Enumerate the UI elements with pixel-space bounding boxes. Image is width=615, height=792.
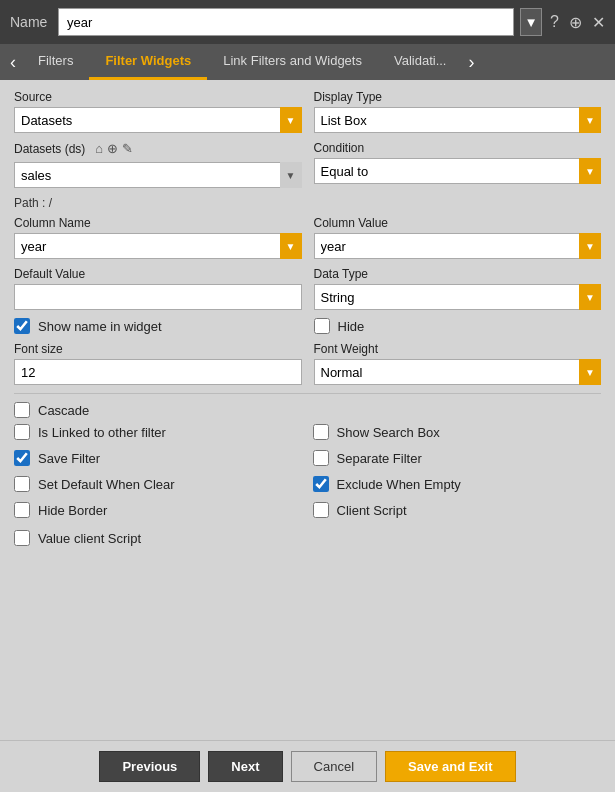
tab-validati[interactable]: Validati...	[378, 44, 463, 80]
set-default-checkbox[interactable]	[14, 476, 30, 492]
help-icon[interactable]: ?	[550, 13, 559, 32]
datasets-home-icon[interactable]: ⌂	[95, 141, 103, 156]
default-datatype-row: Default Value Data Type String Number Da…	[14, 267, 601, 310]
tab-filters[interactable]: Filters	[22, 44, 89, 80]
header: Name ▼ ? ⊕ ✕	[0, 0, 615, 44]
name-label: Name	[10, 14, 50, 30]
font-size-input[interactable]	[14, 359, 302, 385]
source-label: Source	[14, 90, 302, 104]
cascade-checkbox[interactable]	[14, 402, 30, 418]
exclude-when-empty-label: Exclude When Empty	[337, 477, 461, 492]
hide-group: Hide	[314, 318, 602, 334]
datasets-condition-row: Datasets (ds) ⌂ ⊕ ✎ sales ▼ Condition Eq…	[14, 141, 601, 188]
datasets-edit-icon[interactable]: ✎	[122, 141, 133, 156]
show-search-row: Show Search Box	[313, 424, 602, 440]
value-client-script-row: Value client Script	[14, 530, 601, 546]
name-input[interactable]	[58, 8, 514, 36]
previous-button[interactable]: Previous	[99, 751, 200, 782]
save-exit-button[interactable]: Save and Exit	[385, 751, 516, 782]
data-type-select-wrap: String Number Date ▼	[314, 284, 602, 310]
hide-border-label: Hide Border	[38, 503, 107, 518]
show-name-checkbox-label: Show name in widget	[38, 319, 162, 334]
column-name-label: Column Name	[14, 216, 302, 230]
data-type-group: Data Type String Number Date ▼	[314, 267, 602, 310]
hide-checkbox-label: Hide	[338, 319, 365, 334]
font-weight-select[interactable]: Normal Bold Italic	[314, 359, 602, 385]
tab-link-filters[interactable]: Link Filters and Widgets	[207, 44, 378, 80]
font-row: Font size Font Weight Normal Bold Italic…	[14, 342, 601, 385]
divider	[14, 393, 601, 394]
move-icon[interactable]: ⊕	[569, 13, 582, 32]
ds-icons: ⌂ ⊕ ✎	[95, 141, 133, 156]
save-filter-checkbox[interactable]	[14, 450, 30, 466]
column-name-select[interactable]: year	[14, 233, 302, 259]
display-type-group: Display Type List Box Dropdown Radio Che…	[314, 90, 602, 133]
show-search-checkbox[interactable]	[313, 424, 329, 440]
column-value-group: Column Value year ▼	[314, 216, 602, 259]
column-name-group: Column Name year ▼	[14, 216, 302, 259]
cascade-label: Cascade	[38, 403, 89, 418]
datasets-label-row: Datasets (ds) ⌂ ⊕ ✎	[14, 141, 302, 156]
exclude-when-empty-row: Exclude When Empty	[313, 476, 602, 492]
hide-border-row: Hide Border	[14, 502, 303, 518]
save-filter-row: Save Filter	[14, 450, 303, 466]
display-type-select[interactable]: List Box Dropdown Radio Checkbox	[314, 107, 602, 133]
separate-filter-row: Separate Filter	[313, 450, 602, 466]
show-name-checkbox[interactable]	[14, 318, 30, 334]
tab-filter-widgets[interactable]: Filter Widgets	[89, 44, 207, 80]
value-client-script-checkbox[interactable]	[14, 530, 30, 546]
data-type-select[interactable]: String Number Date	[314, 284, 602, 310]
next-button[interactable]: Next	[208, 751, 282, 782]
font-weight-label: Font Weight	[314, 342, 602, 356]
footer: Previous Next Cancel Save and Exit	[0, 740, 615, 792]
client-script-checkbox[interactable]	[313, 502, 329, 518]
checkbox-grid: Is Linked to other filter Show Search Bo…	[14, 424, 601, 524]
column-name-select-wrap: year ▼	[14, 233, 302, 259]
cancel-button[interactable]: Cancel	[291, 751, 377, 782]
condition-select-wrap: Equal to Not Equal to Contains ▼	[314, 158, 602, 184]
default-value-group: Default Value	[14, 267, 302, 310]
path-text: Path : /	[14, 196, 601, 210]
set-default-row: Set Default When Clear	[14, 476, 303, 492]
exclude-when-empty-checkbox[interactable]	[313, 476, 329, 492]
is-linked-checkbox[interactable]	[14, 424, 30, 440]
is-linked-row: Is Linked to other filter	[14, 424, 303, 440]
cascade-row: Cascade	[14, 402, 601, 418]
source-select[interactable]: Datasets	[14, 107, 302, 133]
show-search-label: Show Search Box	[337, 425, 440, 440]
font-weight-select-wrap: Normal Bold Italic ▼	[314, 359, 602, 385]
show-name-group: Show name in widget	[14, 318, 302, 334]
default-value-input[interactable]	[14, 284, 302, 310]
client-script-row: Client Script	[313, 502, 602, 518]
source-group: Source Datasets ▼	[14, 90, 302, 133]
datasets-select[interactable]: sales	[14, 162, 302, 188]
column-value-select-wrap: year ▼	[314, 233, 602, 259]
column-value-select[interactable]: year	[314, 233, 602, 259]
separate-filter-label: Separate Filter	[337, 451, 422, 466]
column-row: Column Name year ▼ Column Value year ▼	[14, 216, 601, 259]
font-size-label: Font size	[14, 342, 302, 356]
hide-border-checkbox[interactable]	[14, 502, 30, 518]
datasets-add-icon[interactable]: ⊕	[107, 141, 118, 156]
data-type-label: Data Type	[314, 267, 602, 281]
save-filter-label: Save Filter	[38, 451, 100, 466]
is-linked-label: Is Linked to other filter	[38, 425, 166, 440]
close-icon[interactable]: ✕	[592, 13, 605, 32]
condition-label: Condition	[314, 141, 602, 155]
display-type-select-wrap: List Box Dropdown Radio Checkbox ▼	[314, 107, 602, 133]
condition-group: Condition Equal to Not Equal to Contains…	[314, 141, 602, 188]
column-value-label: Column Value	[314, 216, 602, 230]
header-icons: ? ⊕ ✕	[550, 13, 605, 32]
separate-filter-checkbox[interactable]	[313, 450, 329, 466]
tab-right-arrow[interactable]: ›	[462, 44, 480, 80]
set-default-label: Set Default When Clear	[38, 477, 175, 492]
datasets-label: Datasets (ds)	[14, 142, 85, 156]
condition-select[interactable]: Equal to Not Equal to Contains	[314, 158, 602, 184]
client-script-label: Client Script	[337, 503, 407, 518]
tab-left-arrow[interactable]: ‹	[4, 44, 22, 80]
datasets-select-wrap: sales ▼	[14, 162, 302, 188]
main-content: Source Datasets ▼ Display Type List Box …	[0, 80, 615, 740]
name-dropdown-button[interactable]: ▼	[520, 8, 542, 36]
hide-checkbox[interactable]	[314, 318, 330, 334]
tabs-bar: ‹ Filters Filter Widgets Link Filters an…	[0, 44, 615, 80]
